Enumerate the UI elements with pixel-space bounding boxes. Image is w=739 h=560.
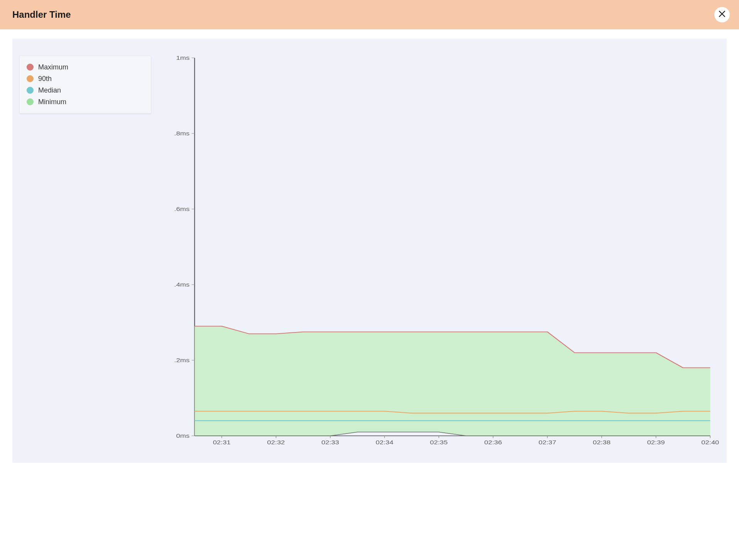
- legend-swatch-icon: [27, 75, 34, 82]
- legend-label: Median: [38, 86, 61, 94]
- close-button[interactable]: [714, 7, 730, 22]
- legend-swatch-icon: [27, 98, 34, 105]
- x-tick-label: 02:34: [376, 439, 393, 445]
- x-tick-label: 02:39: [647, 439, 665, 445]
- legend-item-maximum[interactable]: Maximum: [27, 61, 144, 73]
- y-tick-label: 1ms: [176, 55, 190, 61]
- legend-label: 90th: [38, 75, 52, 83]
- y-tick-label: .4ms: [174, 282, 190, 287]
- legend-item-median[interactable]: Median: [27, 84, 144, 96]
- legend-label: Maximum: [38, 63, 68, 71]
- x-tick-label: 02:31: [213, 439, 231, 445]
- y-tick-label: .6ms: [174, 206, 190, 212]
- legend-swatch-icon: [27, 87, 34, 94]
- x-tick-label: 02:36: [484, 439, 502, 445]
- y-tick-label: .8ms: [174, 130, 190, 136]
- legend-item-minimum[interactable]: Minimum: [27, 96, 144, 108]
- legend-swatch-icon: [27, 64, 34, 71]
- x-tick-label: 02:32: [267, 439, 285, 445]
- x-tick-label: 02:35: [430, 439, 448, 445]
- x-tick-label: 02:40: [701, 439, 719, 445]
- content-area: Maximum90thMedianMinimum 0ms.2ms.4ms.6ms…: [0, 29, 739, 475]
- legend-label: Minimum: [38, 98, 66, 106]
- chart-svg: 0ms.2ms.4ms.6ms.8ms1ms02:3102:3202:3302:…: [174, 54, 711, 447]
- close-icon: [719, 10, 726, 20]
- chart-plot-area: 0ms.2ms.4ms.6ms.8ms1ms02:3102:3202:3302:…: [174, 54, 711, 447]
- y-tick-label: 0ms: [176, 433, 190, 439]
- dialog-title: Handler Time: [12, 9, 71, 20]
- x-tick-label: 02:37: [538, 439, 556, 445]
- chart-panel: Maximum90thMedianMinimum 0ms.2ms.4ms.6ms…: [12, 39, 727, 463]
- area-min-max: [195, 326, 710, 436]
- dialog-header: Handler Time: [0, 0, 739, 29]
- chart-legend: Maximum90thMedianMinimum: [19, 56, 151, 113]
- x-tick-label: 02:38: [593, 439, 611, 445]
- legend-item-90th[interactable]: 90th: [27, 73, 144, 84]
- y-tick-label: .2ms: [174, 357, 190, 363]
- x-tick-label: 02:33: [321, 439, 339, 445]
